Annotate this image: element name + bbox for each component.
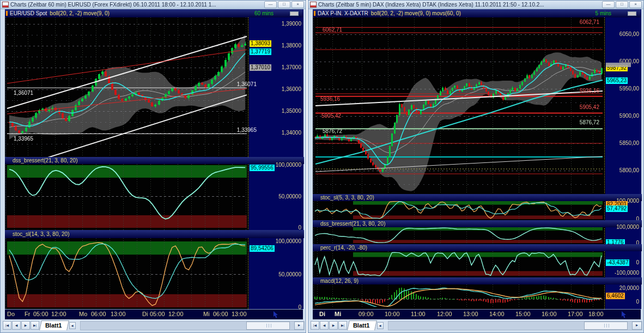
sheet-tab[interactable]: Blatt1 (39, 320, 69, 330)
sheet-nav-0[interactable]: |◀ (311, 321, 319, 330)
chart-header: EUR/USD Spot boll(20, 2, -2) move(9, 0) … (5, 9, 303, 17)
instrument-name: EUR/USD Spot (10, 10, 47, 16)
time-axis (5, 309, 303, 319)
window-controls: —□× (602, 1, 642, 8)
sheet-nav-1[interactable]: ◀ (320, 321, 329, 330)
sheet-nav-1[interactable]: ◀ (12, 321, 21, 330)
studies-label: boll(20, 2, -2) move(9, 0) (50, 10, 254, 16)
sheet-tab[interactable]: Blatt1 (347, 320, 376, 330)
scrollbar-thumb[interactable] (246, 322, 290, 330)
horizontal-scrollbar[interactable]: ▸ (80, 321, 305, 330)
timeframe-label: 60 mins (254, 10, 274, 16)
title-bar[interactable]: Charts (Zeitbar 5 min) DAX (Indizes Xetr… (308, 1, 643, 9)
chart-canvas[interactable] (1, 1, 307, 333)
instrument-name: DAX P-IN. X-DAXTR (318, 10, 368, 16)
sheet-tab-label: Blatt1 (45, 321, 62, 330)
sheet-nav-3[interactable]: ▶| (31, 321, 39, 330)
bottom-bar: |◀◀▶▶| Blatt1 ◂ ▸ (309, 320, 642, 331)
app-icon (2, 2, 9, 8)
time-axis (313, 309, 641, 319)
bottom-bar: |◀◀▶▶| Blatt1 ◂ ▸ (2, 320, 305, 331)
app-icon (310, 2, 317, 8)
sheet-nav-2[interactable]: ▶ (21, 321, 30, 330)
window-controls: —□× (264, 1, 304, 8)
scroll-right-button[interactable]: ▸ (632, 322, 642, 330)
chart-window-dax: Charts (Zeitbar 5 min) DAX (Indizes Xetr… (308, 0, 644, 333)
title-bar[interactable]: Charts (Zeitbar 60 min) EURUSD (Forex FX… (1, 1, 306, 9)
sheet-nav-buttons: |◀◀▶▶| (3, 321, 39, 330)
window-title: Charts (Zeitbar 5 min) DAX (Indizes Xetr… (318, 2, 600, 8)
chart-header: DAX P-IN. X-DAXTR boll(20, 2, -2) move(9… (313, 9, 641, 17)
sheet-nav-2[interactable]: ▶ (329, 321, 338, 330)
sheet-nav-3[interactable]: ▶| (338, 321, 347, 330)
header-minimize-chip[interactable] (290, 11, 299, 16)
restore-button[interactable]: □ (278, 1, 290, 8)
chart-canvas[interactable] (308, 1, 644, 333)
minimize-button[interactable]: — (264, 1, 277, 8)
instrument-marker-icon (314, 11, 315, 16)
close-button[interactable]: × (629, 1, 642, 8)
studies-label: boll(20, 2, -2) move(9, 0) movs(60, 0) (371, 10, 596, 16)
chart-pointer-icon[interactable] (272, 311, 280, 318)
minimize-button[interactable]: — (602, 1, 615, 8)
scrollbar-thumb[interactable] (584, 322, 628, 330)
scroll-right-button[interactable]: ▸ (294, 322, 304, 330)
timeframe-label: 5 mins (596, 10, 611, 16)
desktop: Charts (Zeitbar 60 min) EURUSD (Forex FX… (0, 0, 644, 333)
window-title: Charts (Zeitbar 60 min) EURUSD (Forex FX… (10, 2, 262, 8)
header-minimize-chip[interactable] (628, 11, 636, 16)
sheet-nav-buttons: |◀◀▶▶| (311, 321, 347, 330)
chart-window-eurusd: Charts (Zeitbar 60 min) EURUSD (Forex FX… (0, 0, 306, 333)
sheet-nav-0[interactable]: |◀ (3, 321, 11, 330)
instrument-marker-icon (6, 11, 8, 16)
tab-scroll-left-button[interactable]: ◂ (377, 322, 384, 329)
horizontal-scrollbar[interactable]: ▸ (388, 321, 642, 330)
sheet-tab-label: Blatt1 (353, 321, 370, 330)
chart-pointer-icon[interactable] (620, 311, 628, 318)
tab-scroll-left-button[interactable]: ◂ (69, 322, 76, 329)
restore-button[interactable]: □ (616, 1, 628, 8)
close-button[interactable]: × (291, 1, 304, 8)
